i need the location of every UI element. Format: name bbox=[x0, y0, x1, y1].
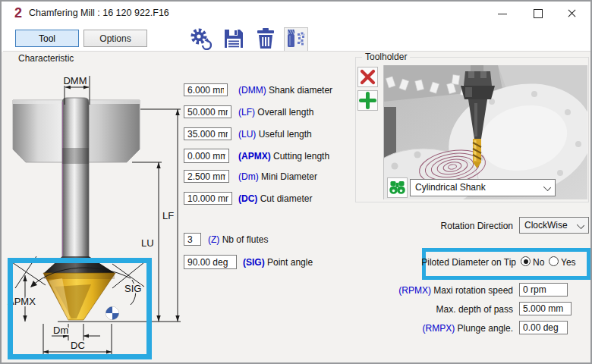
piloted-yes-label: Yes bbox=[561, 257, 576, 268]
piloted-yes-radio[interactable] bbox=[549, 256, 559, 266]
toolholder-group-label: Toolholder bbox=[362, 52, 410, 62]
maximize-icon bbox=[534, 9, 543, 18]
delete-trash-icon[interactable] bbox=[254, 27, 277, 50]
dim-label-dc: DC bbox=[71, 340, 85, 351]
tool-diagram: DMM LF LU APMX SIG Dm DC bbox=[2, 62, 184, 364]
cutting-length-input[interactable] bbox=[184, 149, 229, 163]
maxi-rotation-speed-label: RPMX Maxi rotation speed bbox=[335, 285, 513, 296]
plunge-angle-input[interactable] bbox=[519, 321, 568, 334]
toolholder-add-button[interactable] bbox=[357, 90, 378, 111]
minimize-button[interactable] bbox=[490, 5, 515, 23]
cutting-length-label: APMX Cutting length bbox=[238, 151, 329, 162]
piloted-no-radio[interactable] bbox=[521, 256, 531, 266]
cut-diameter-input[interactable] bbox=[184, 192, 232, 205]
content-area: Characteristic bbox=[2, 52, 592, 364]
dim-label-sig: SIG bbox=[124, 283, 141, 294]
plunge-angle-label: RMPX Plunge angle. bbox=[335, 323, 513, 334]
max-depth-pass-input[interactable] bbox=[519, 302, 572, 315]
point-angle-label: SIG Point angle bbox=[243, 257, 313, 268]
tab-options[interactable]: Options bbox=[83, 30, 147, 47]
chevron-down-icon bbox=[577, 221, 584, 229]
maxi-rotation-speed-input[interactable] bbox=[519, 283, 568, 297]
mini-diameter-label: Dm Mini Diameter bbox=[238, 171, 317, 182]
toolholder-delete-button[interactable] bbox=[357, 67, 378, 87]
window: 2 Chamfering Mill : 16 120 922.F16 Tool … bbox=[0, 0, 592, 364]
shank-diameter-label: DMM Shank diameter bbox=[238, 85, 332, 96]
nb-flutes-input[interactable] bbox=[184, 233, 201, 246]
rotation-direction-combobox[interactable]: ClockWise bbox=[519, 217, 589, 234]
point-angle-input[interactable] bbox=[184, 255, 237, 269]
overall-length-label: LF Overall length bbox=[238, 107, 313, 118]
shank-type-combobox[interactable]: Cylindrical Shank bbox=[410, 179, 556, 196]
dim-label-dmm: DMM bbox=[63, 75, 87, 86]
nb-flutes-label: Z Nb of flutes bbox=[208, 234, 268, 245]
shank-diameter-input[interactable] bbox=[184, 83, 228, 96]
save-icon[interactable] bbox=[222, 27, 245, 50]
title-bar: 2 Chamfering Mill : 16 120 922.F16 bbox=[2, 2, 590, 26]
cut-diameter-label: DC Cut diameter bbox=[238, 193, 312, 204]
toolholder-group: Toolholder bbox=[355, 57, 589, 202]
rotation-direction-label: Rotation Direction bbox=[358, 221, 513, 231]
app-logo-icon: 2 bbox=[11, 5, 25, 20]
binoculars-icon bbox=[388, 178, 407, 197]
tool-simulation-icon[interactable] bbox=[284, 27, 308, 52]
mini-diameter-input[interactable] bbox=[184, 170, 229, 183]
maximize-button[interactable] bbox=[524, 5, 550, 23]
dim-label-apmx: APMX bbox=[8, 296, 36, 307]
toolholder-search-button[interactable] bbox=[387, 177, 408, 198]
minimize-icon bbox=[498, 14, 507, 14]
max-depth-pass-label: Max. depth of pass bbox=[335, 304, 513, 315]
tab-tool[interactable]: Tool bbox=[15, 30, 79, 47]
chevron-down-icon bbox=[543, 184, 551, 191]
piloted-no-label: No bbox=[533, 257, 544, 268]
dim-label-lu: LU bbox=[141, 237, 154, 249]
dim-label-lf: LF bbox=[162, 210, 174, 221]
dim-label-dm: Dm bbox=[53, 325, 68, 336]
piloted-diameter-label: Piloted Diameter on Tip bbox=[381, 257, 516, 268]
useful-length-input[interactable] bbox=[184, 127, 231, 140]
recompute-gear-icon[interactable] bbox=[189, 27, 212, 50]
useful-length-label: LU Useful length bbox=[238, 129, 312, 140]
close-button[interactable] bbox=[559, 5, 584, 23]
window-title: Chamfering Mill : 16 120 922.F16 bbox=[29, 8, 169, 18]
overall-length-input[interactable] bbox=[184, 105, 231, 118]
